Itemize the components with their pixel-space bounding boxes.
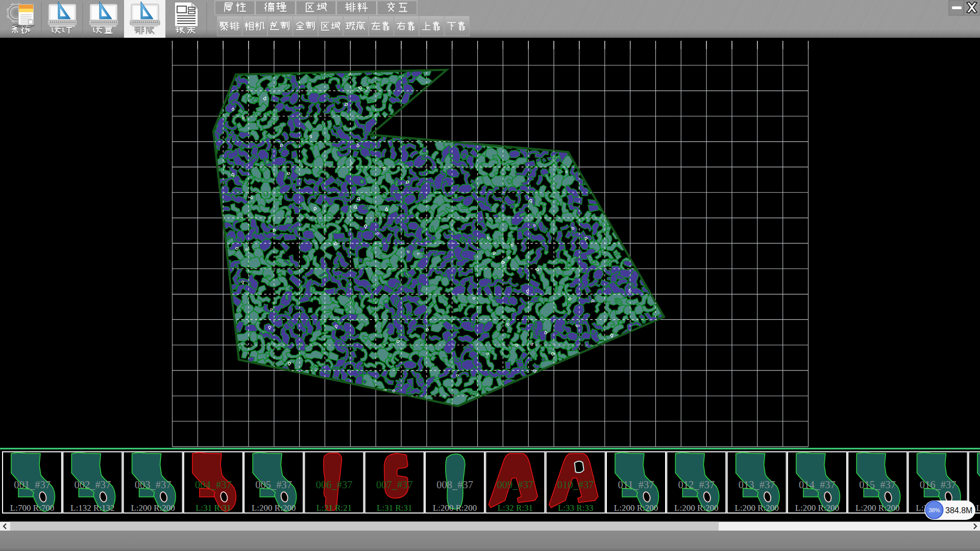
svg-text:L:33 R:33: L:33 R:33	[558, 503, 593, 513]
svg-text:006_#37: 006_#37	[316, 479, 353, 490]
svg-text:L:200 R:200: L:200 R:200	[433, 503, 477, 513]
svg-text:L:132 R:132: L:132 R:132	[70, 503, 114, 513]
svg-text:014_#37: 014_#37	[799, 479, 836, 490]
svg-text:003_#37: 003_#37	[135, 479, 172, 490]
svg-text:L:21 R:21: L:21 R:21	[316, 503, 352, 513]
svg-text:L:700 R:700: L:700 R:700	[10, 503, 54, 513]
svg-text:004_#37: 004_#37	[195, 479, 232, 490]
svg-text:L:200 R:200: L:200 R:200	[614, 503, 658, 513]
svg-text:008_#37: 008_#37	[436, 479, 473, 490]
svg-text:010_#37: 010_#37	[557, 479, 594, 490]
svg-text:016_#37: 016_#37	[920, 479, 957, 490]
svg-text:009_#37: 009_#37	[497, 479, 534, 490]
svg-text:L:200 R:200: L:200 R:200	[976, 503, 980, 513]
svg-text:L:31 R:31: L:31 R:31	[195, 503, 231, 513]
svg-text:L:32 R:31: L:32 R:31	[498, 503, 533, 513]
svg-text:015_#37: 015_#37	[859, 479, 896, 490]
svg-text:L:200 R:200: L:200 R:200	[855, 503, 899, 513]
svg-text:012_#37: 012_#37	[678, 479, 715, 490]
svg-text:38%: 38%	[928, 507, 940, 513]
svg-text:384.8M: 384.8M	[945, 506, 972, 515]
svg-text:L:200 R:200: L:200 R:200	[734, 503, 778, 513]
svg-text:002_#37: 002_#37	[74, 479, 111, 490]
svg-text:L:200 R:200: L:200 R:200	[131, 503, 175, 513]
svg-text:007_#37: 007_#37	[376, 479, 413, 490]
svg-text:L:200 R:200: L:200 R:200	[252, 503, 296, 513]
svg-text:L:31 R:31: L:31 R:31	[377, 503, 412, 513]
svg-text:005_#37: 005_#37	[255, 479, 292, 490]
svg-text:013_#37: 013_#37	[739, 479, 775, 490]
svg-text:011_#37: 011_#37	[618, 479, 654, 490]
svg-text:L:200 R:200: L:200 R:200	[795, 503, 839, 513]
svg-text:L:200 R:200: L:200 R:200	[674, 503, 718, 513]
svg-text:001_#37: 001_#37	[14, 479, 51, 490]
